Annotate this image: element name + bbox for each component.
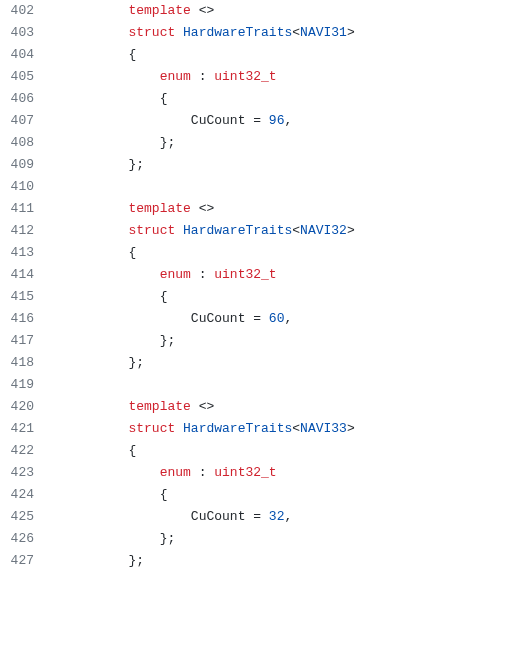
code-token-num: 32 xyxy=(269,509,285,524)
line-content: CuCount = 60, xyxy=(50,308,292,330)
line-number: 420 xyxy=(0,396,50,418)
line-number: 418 xyxy=(0,352,50,374)
code-line: 422 { xyxy=(0,440,523,462)
code-token-kw: struct xyxy=(128,25,175,40)
code-token-struct-name: HardwareTraits xyxy=(183,25,292,40)
code-line: 420 template <> xyxy=(0,396,523,418)
line-number: 412 xyxy=(0,220,50,242)
line-number: 402 xyxy=(0,0,50,22)
code-line: 426 }; xyxy=(0,528,523,550)
line-content: }; xyxy=(50,352,144,374)
code-line: 410 xyxy=(0,176,523,198)
code-line: 411 template <> xyxy=(0,198,523,220)
line-number: 423 xyxy=(0,462,50,484)
code-token-kw: enum xyxy=(160,465,191,480)
line-content: { xyxy=(50,242,136,264)
code-line: 405 enum : uint32_t xyxy=(0,66,523,88)
code-token-num: 96 xyxy=(269,113,285,128)
code-token-kw: struct xyxy=(128,421,175,436)
code-line: 403 struct HardwareTraits<NAVI31> xyxy=(0,22,523,44)
code-line: 409 }; xyxy=(0,154,523,176)
line-content: }; xyxy=(50,528,175,550)
line-content: enum : uint32_t xyxy=(50,66,277,88)
code-token-op: { xyxy=(128,47,136,62)
line-number: 408 xyxy=(0,132,50,154)
code-line: 407 CuCount = 96, xyxy=(0,110,523,132)
line-number: 425 xyxy=(0,506,50,528)
code-token-kw: enum xyxy=(160,69,191,84)
code-token-op: }; xyxy=(160,135,176,150)
line-number: 403 xyxy=(0,22,50,44)
line-content: enum : uint32_t xyxy=(50,462,277,484)
code-token-op: { xyxy=(160,91,168,106)
line-content: template <> xyxy=(50,396,214,418)
line-content: { xyxy=(50,440,136,462)
code-token-op: > xyxy=(347,223,355,238)
code-token-op: < xyxy=(292,421,300,436)
line-number: 406 xyxy=(0,88,50,110)
line-content: CuCount = 96, xyxy=(50,110,292,132)
code-token-type: uint32_t xyxy=(214,69,276,84)
line-number: 426 xyxy=(0,528,50,550)
code-token-op: > xyxy=(347,421,355,436)
line-number: 417 xyxy=(0,330,50,352)
code-token-ident: CuCount = xyxy=(191,509,269,524)
code-token-op: , xyxy=(284,113,292,128)
code-token-op: , xyxy=(284,509,292,524)
code-token-op: }; xyxy=(128,157,144,172)
line-content: enum : uint32_t xyxy=(50,264,277,286)
line-number: 410 xyxy=(0,176,50,198)
code-token-struct-name: HardwareTraits xyxy=(183,223,292,238)
line-content: struct HardwareTraits<NAVI33> xyxy=(50,418,355,440)
code-line: 402 template <> xyxy=(0,0,523,22)
code-token-op: { xyxy=(128,245,136,260)
line-number: 411 xyxy=(0,198,50,220)
line-content: struct HardwareTraits<NAVI32> xyxy=(50,220,355,242)
code-token-op: > xyxy=(347,25,355,40)
line-number: 405 xyxy=(0,66,50,88)
line-content: CuCount = 32, xyxy=(50,506,292,528)
code-token-op: <> xyxy=(191,3,214,18)
line-content: }; xyxy=(50,330,175,352)
code-token-op: { xyxy=(160,487,168,502)
code-token-kw: template xyxy=(128,3,190,18)
code-token-op: { xyxy=(128,443,136,458)
code-line: 413 { xyxy=(0,242,523,264)
code-token-num: 60 xyxy=(269,311,285,326)
line-content: }; xyxy=(50,132,175,154)
code-token-ident: CuCount = xyxy=(191,113,269,128)
code-line: 424 { xyxy=(0,484,523,506)
code-token-op: < xyxy=(292,25,300,40)
line-number: 421 xyxy=(0,418,50,440)
code-token-op: , xyxy=(284,311,292,326)
code-token-op: }; xyxy=(160,333,176,348)
line-content: { xyxy=(50,88,167,110)
line-content: { xyxy=(50,484,167,506)
code-line: 419 xyxy=(0,374,523,396)
line-number: 415 xyxy=(0,286,50,308)
code-token-tmpl-arg: NAVI33 xyxy=(300,421,347,436)
line-number: 404 xyxy=(0,44,50,66)
line-number: 419 xyxy=(0,374,50,396)
line-number: 414 xyxy=(0,264,50,286)
code-token-kw: struct xyxy=(128,223,175,238)
code-token-kw: template xyxy=(128,201,190,216)
code-token-op: < xyxy=(292,223,300,238)
code-line: 408 }; xyxy=(0,132,523,154)
code-line: 414 enum : uint32_t xyxy=(0,264,523,286)
line-number: 407 xyxy=(0,110,50,132)
code-token-op: { xyxy=(160,289,168,304)
code-token-kw: template xyxy=(128,399,190,414)
code-token-type: uint32_t xyxy=(214,465,276,480)
code-line: 416 CuCount = 60, xyxy=(0,308,523,330)
code-token-op: <> xyxy=(191,399,214,414)
line-content: template <> xyxy=(50,0,214,22)
code-line: 421 struct HardwareTraits<NAVI33> xyxy=(0,418,523,440)
code-line: 417 }; xyxy=(0,330,523,352)
code-token-op: <> xyxy=(191,201,214,216)
code-token-op: }; xyxy=(160,531,176,546)
line-content: { xyxy=(50,286,167,308)
code-token-struct-name: HardwareTraits xyxy=(183,421,292,436)
line-number: 409 xyxy=(0,154,50,176)
line-content: struct HardwareTraits<NAVI31> xyxy=(50,22,355,44)
